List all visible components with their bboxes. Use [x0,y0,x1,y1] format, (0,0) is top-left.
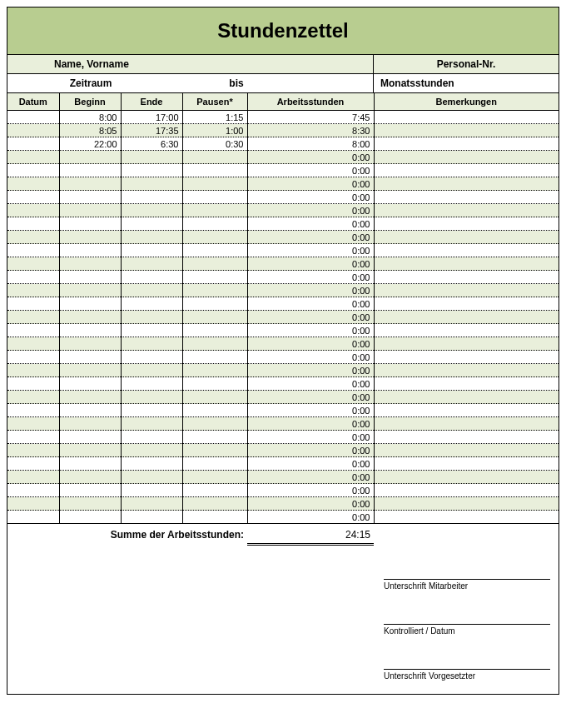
cell-pausen: 1:00 [182,124,247,137]
table-row: 0:00 [7,177,559,191]
info-row-period: Zeitraum bis Monatsstunden [7,74,559,93]
table-row: 0:00 [7,284,559,297]
sum-value: 24:15 [247,524,374,546]
table-row: 8:0517:351:008:30 [7,124,559,137]
cell-bemerk [374,444,559,457]
cell-bemerk [374,164,559,177]
cell-bemerk [374,351,559,364]
cell-pausen [182,511,247,524]
cell-arbeit: 0:00 [247,431,374,444]
table-row: 0:00 [7,404,559,417]
cell-beginn [59,271,121,284]
cell-pausen [182,391,247,404]
cell-beginn [59,231,121,244]
cell-beginn [59,351,121,364]
cell-datum [7,377,59,391]
cell-ende [121,284,182,297]
cell-arbeit: 0:00 [247,177,374,191]
cell-pausen: 0:30 [182,137,247,151]
cell-ende [121,471,182,484]
signature-vorgesetzter: Unterschrift Vorgesetzter [384,669,549,681]
cell-arbeit: 0:00 [247,231,374,244]
cell-arbeit: 0:00 [247,217,374,231]
cell-pausen [182,191,247,204]
cell-pausen [182,284,247,297]
cell-ende [121,297,182,311]
cell-pausen [182,271,247,284]
cell-bemerk [374,284,559,297]
cell-beginn [59,431,121,444]
cell-arbeit: 0:00 [247,151,374,164]
cell-ende [121,204,182,217]
hours-table: Datum Beginn Ende Pausen* Arbeitsstunden… [7,93,559,524]
col-beginn: Beginn [59,93,121,111]
cell-arbeit: 0:00 [247,164,374,177]
table-row: 0:00 [7,511,559,524]
cell-datum [7,337,59,351]
timesheet: Stundenzettel Name, Vorname Personal-Nr.… [7,7,559,695]
cell-ende [121,311,182,324]
sum-label: Summe der Arbeitsstunden: [7,524,247,546]
cell-pausen [182,377,247,391]
cell-beginn [59,484,121,497]
cell-bemerk [374,404,559,417]
cell-beginn: 8:00 [59,111,121,124]
cell-arbeit: 0:00 [247,191,374,204]
cell-pausen [182,471,247,484]
cell-datum [7,351,59,364]
cell-bemerk [374,324,559,337]
cell-pausen [182,444,247,457]
cell-bemerk [374,457,559,471]
cell-bemerk [374,431,559,444]
cell-arbeit: 0:00 [247,271,374,284]
table-row: 0:00 [7,191,559,204]
cell-pausen [182,311,247,324]
cell-bemerk [374,471,559,484]
cell-datum [7,204,59,217]
cell-ende [121,151,182,164]
cell-arbeit: 0:00 [247,351,374,364]
cell-datum [7,457,59,471]
col-pausen: Pausen* [182,93,247,111]
col-bemerkungen: Bemerkungen [374,93,559,111]
cell-arbeit: 0:00 [247,324,374,337]
cell-bemerk [374,204,559,217]
cell-bemerk [374,377,559,391]
cell-pausen [182,164,247,177]
cell-datum [7,471,59,484]
cell-arbeit: 0:00 [247,257,374,271]
table-row: 0:00 [7,311,559,324]
cell-ende [121,377,182,391]
cell-ende [121,351,182,364]
cell-arbeit: 0:00 [247,377,374,391]
signature-mitarbeiter: Unterschrift Mitarbeiter [384,579,549,591]
cell-beginn [59,164,121,177]
sig-label-vorgesetzter: Unterschrift Vorgesetzter [384,669,550,681]
cell-beginn [59,497,121,511]
col-datum: Datum [7,93,59,111]
cell-arbeit: 0:00 [247,364,374,377]
label-zeitraum: Zeitraum [7,74,174,92]
cell-datum [7,137,59,151]
signature-kontrolliert: Kontrolliert / Datum [384,624,549,636]
cell-beginn [59,191,121,204]
cell-ende [121,257,182,271]
cell-datum [7,324,59,337]
cell-datum [7,297,59,311]
table-row: 0:00 [7,377,559,391]
cell-arbeit: 8:00 [247,137,374,151]
cell-pausen [182,244,247,257]
cell-bemerk [374,137,559,151]
cell-ende [121,511,182,524]
cell-pausen [182,257,247,271]
cell-datum [7,111,59,124]
cell-datum [7,444,59,457]
cell-arbeit: 0:00 [247,457,374,471]
cell-bemerk [374,311,559,324]
cell-ende [121,231,182,244]
cell-pausen [182,217,247,231]
cell-pausen [182,457,247,471]
cell-ende [121,271,182,284]
cell-ende: 17:35 [121,124,182,137]
cell-beginn [59,177,121,191]
